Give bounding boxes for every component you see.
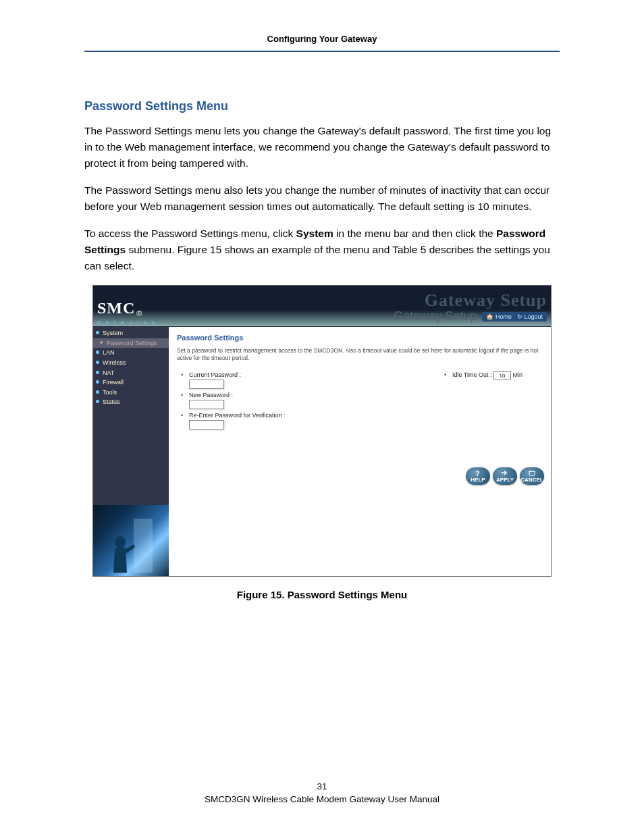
new-password-label: New Password : <box>189 392 233 398</box>
logout-link[interactable]: ↻ Logout <box>517 313 543 320</box>
sidebar-item-password-settings[interactable]: Password Settings <box>93 338 169 348</box>
sidebar-item-system[interactable]: System <box>93 328 169 338</box>
header-watermark: Gateway Setup <box>425 292 547 309</box>
content-panel: Password Settings Set a password to rest… <box>169 327 551 576</box>
cancel-button[interactable]: CANCEL <box>520 467 544 485</box>
paragraph-2: The Password Settings menu also lets you… <box>84 182 560 215</box>
gateway-setup-title: Gateway Setup <box>394 309 477 323</box>
home-link[interactable]: 🏠 Home <box>486 313 512 320</box>
logo-registered-icon: ® <box>136 309 142 317</box>
cancel-trash-icon <box>527 469 537 476</box>
apply-button-label: APPLY <box>496 477 514 483</box>
logo-subtext: N e t w o r k s <box>97 320 157 325</box>
sidebar-item-wireless[interactable]: Wireless <box>93 358 169 368</box>
sidebar-item-lan[interactable]: LAN <box>93 348 169 358</box>
section-title: Password Settings Menu <box>84 99 560 113</box>
smc-logo: SMC® <box>97 299 157 321</box>
sidebar-item-tools[interactable]: Tools <box>93 388 169 398</box>
sidebar: System Password Settings LAN Wireless NA… <box>93 327 169 576</box>
new-password-input[interactable] <box>189 400 224 409</box>
help-button[interactable]: ? HELP <box>466 467 490 485</box>
svg-point-1 <box>115 536 126 548</box>
svg-rect-0 <box>134 519 153 573</box>
sidebar-item-firewall[interactable]: Firewall <box>93 377 169 388</box>
svg-rect-3 <box>529 471 535 475</box>
confirm-password-input[interactable] <box>189 420 224 429</box>
figure-caption: Figure 15. Password Settings Menu <box>84 589 560 600</box>
page-footer: 31 SMCD3GN Wireless Cable Modem Gateway … <box>0 781 644 804</box>
field-idle-timeout: Idle Time Out : 10 Min <box>452 371 522 380</box>
sidebar-item-nat[interactable]: NAT <box>93 368 169 378</box>
logo-text: SMC <box>97 299 135 317</box>
logout-link-label: Logout <box>524 313 543 320</box>
content-heading: Password Settings <box>177 334 543 342</box>
idle-timeout-label: Idle Time Out : <box>452 372 492 379</box>
apply-arrow-icon <box>500 469 510 476</box>
cancel-button-label: CANCEL <box>520 477 543 483</box>
page-number: 31 <box>0 781 644 791</box>
idle-timeout-input[interactable]: 10 <box>493 371 511 380</box>
help-icon: ? <box>473 469 483 477</box>
content-description: Set a password to restrict management ac… <box>177 347 543 362</box>
paragraph-3: To access the Password Settings menu, cl… <box>84 226 560 274</box>
sidebar-decorative-image <box>93 505 169 576</box>
field-confirm-password: Re-Enter Password for Verification : <box>189 412 286 429</box>
apply-button[interactable]: APPLY <box>493 467 517 485</box>
screenshot-figure: SMC® N e t w o r k s Gateway Setup Gatew… <box>92 285 552 577</box>
p3-part-e: submenu. Figure 15 shows an example of t… <box>84 244 550 271</box>
current-password-input[interactable] <box>189 380 224 389</box>
field-current-password: Current Password : <box>189 371 286 389</box>
current-password-label: Current Password : <box>189 371 241 378</box>
p3-part-c: in the menu bar and then click the <box>333 228 496 239</box>
p3-bold-system: System <box>296 228 333 239</box>
footer-line: SMCD3GN Wireless Cable Modem Gateway Use… <box>0 794 644 804</box>
idle-timeout-unit: Min <box>512 372 522 379</box>
home-link-label: Home <box>495 313 512 320</box>
help-button-label: HELP <box>471 477 485 483</box>
screenshot-header: SMC® N e t w o r k s Gateway Setup Gatew… <box>93 286 551 326</box>
page-header: Configuring Your Gateway <box>84 34 560 52</box>
confirm-password-label: Re-Enter Password for Verification : <box>189 412 286 419</box>
sidebar-item-status[interactable]: Status <box>93 397 169 407</box>
p3-part-a: To access the Password Settings menu, cl… <box>84 228 296 239</box>
field-new-password: New Password : <box>189 392 286 409</box>
paragraph-1: The Password Settings menu lets you chan… <box>84 123 560 172</box>
svg-text:?: ? <box>475 469 480 477</box>
